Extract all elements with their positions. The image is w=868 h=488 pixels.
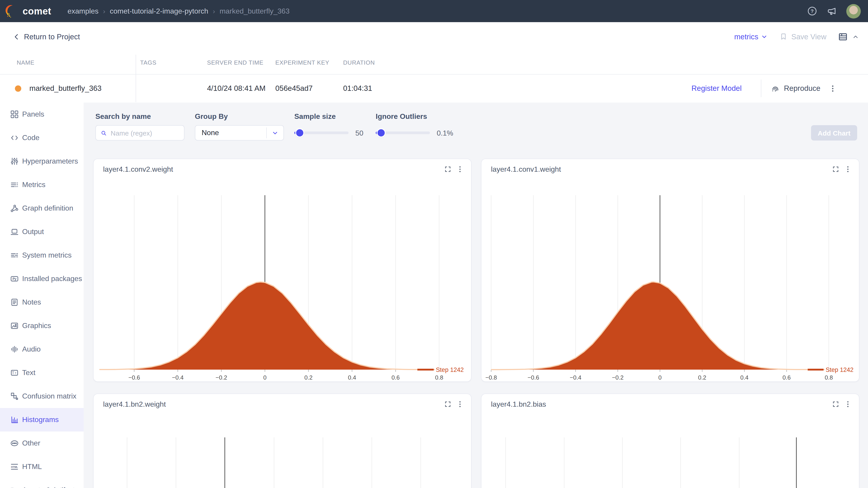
metrics-icon <box>10 180 19 189</box>
column-header-name[interactable]: NAME <box>0 59 135 66</box>
confusion-matrix-icon <box>10 392 19 401</box>
group-by-select[interactable]: None <box>195 125 284 140</box>
breadcrumb: examples comet-tutorial-2-image-pytorch … <box>68 7 289 15</box>
text-icon: TT <box>10 368 19 377</box>
breadcrumb-project[interactable]: comet-tutorial-2-image-pytorch <box>110 7 209 15</box>
expand-chart-icon[interactable] <box>444 165 452 173</box>
chart-kebab-menu-icon[interactable] <box>456 165 464 173</box>
sample-size-label: Sample size <box>294 112 336 121</box>
svg-text:−0.4: −0.4 <box>570 374 581 381</box>
register-model-button[interactable]: Register Model <box>680 84 753 93</box>
sidebar-item-histograms[interactable]: Histograms <box>0 408 84 431</box>
select-chevron-wrapper <box>266 127 283 138</box>
svg-text:0.6: 0.6 <box>392 374 400 381</box>
sidebar-item-audio[interactable]: Audio <box>0 337 84 361</box>
sidebar-item-label: Other <box>22 439 40 447</box>
chart-kebab-menu-icon[interactable] <box>844 400 852 408</box>
column-header-server-end-time[interactable]: SERVER END TIME <box>203 59 271 66</box>
sidebar-item-metrics[interactable]: Metrics <box>0 173 84 197</box>
svg-text:−0.2: −0.2 <box>612 374 623 381</box>
help-icon[interactable]: ? <box>807 6 817 17</box>
experiment-key-link[interactable]: 056e45ad7 <box>271 84 339 93</box>
ignore-outliers-slider-thumb[interactable] <box>377 129 385 136</box>
sidebar-item-assets-artifacts[interactable]: Assets & Artifacts <box>0 479 84 488</box>
announcements-icon[interactable] <box>827 6 837 17</box>
column-header-tags[interactable]: TAGS <box>135 59 203 66</box>
chart-card-bn2-bias: layer4.1.bn2.bias <box>481 394 860 488</box>
table-row[interactable]: marked_butterfly_363 4/10/24 08:41 AM 05… <box>0 74 868 102</box>
sidebar-item-label: Notes <box>22 298 41 306</box>
svg-text:0.2: 0.2 <box>305 374 313 381</box>
sidebar-item-label: Output <box>22 228 44 236</box>
view-select-dropdown[interactable]: metrics <box>734 32 768 41</box>
return-to-project-button[interactable]: Return to Project <box>13 32 80 41</box>
expand-chart-icon[interactable] <box>832 400 839 408</box>
breadcrumb-separator-icon <box>213 7 215 15</box>
audio-icon <box>10 345 19 354</box>
comet-logo-icon <box>5 4 19 18</box>
svg-text:0: 0 <box>264 374 267 381</box>
svg-text:?: ? <box>810 8 813 14</box>
ignore-outliers-slider[interactable] <box>376 131 430 134</box>
search-input[interactable] <box>111 129 180 137</box>
step-legend-label: Step 1242 <box>826 366 854 373</box>
sidebar-item-code[interactable]: Code <box>0 126 84 150</box>
svg-text:T: T <box>12 371 14 375</box>
experiment-name: marked_butterfly_363 <box>29 84 101 93</box>
collapse-chevron-up-icon <box>852 33 859 40</box>
table-view-toggle[interactable] <box>838 32 859 41</box>
svg-text:0.6: 0.6 <box>782 374 791 381</box>
top-navbar: comet examples comet-tutorial-2-image-py… <box>0 0 868 22</box>
other-icon <box>10 439 19 448</box>
sidebar-item-graph-definition[interactable]: Graph definition <box>0 197 84 220</box>
sample-size-value: 50 <box>355 129 364 137</box>
sidebar-item-notes[interactable]: Notes <box>0 291 84 314</box>
sidebar-item-confusion-matrix[interactable]: Confusion matrix <box>0 385 84 408</box>
svg-text:−0.4: −0.4 <box>172 374 184 381</box>
sidebar-item-text[interactable]: TT Text <box>0 361 84 385</box>
save-view-button[interactable]: Save View <box>780 32 827 41</box>
reproduce-button[interactable]: Reproduce <box>771 84 820 93</box>
system-metrics-icon <box>10 251 19 260</box>
sidebar-item-panels[interactable]: Panels <box>0 103 84 126</box>
row-kebab-menu-icon[interactable] <box>829 84 837 92</box>
sample-size-slider-thumb[interactable] <box>296 129 303 136</box>
code-icon <box>10 133 19 142</box>
chart-card-bn2-weight: layer4.1.bn2.weight <box>93 394 471 488</box>
actions-divider <box>761 79 761 97</box>
hyperparameters-icon <box>10 157 19 166</box>
column-header-duration[interactable]: DURATION <box>339 59 868 66</box>
sidebar-item-installed-packages[interactable]: Py Installed packages <box>0 267 84 291</box>
breadcrumb-workspace[interactable]: examples <box>68 7 98 15</box>
sidebar-item-graphics[interactable]: Graphics <box>0 314 84 337</box>
sidebar-item-hyperparameters[interactable]: Hyperparameters <box>0 150 84 173</box>
sidebar-item-label: Installed packages <box>22 275 82 283</box>
histogram-plot: −0.6−0.4−0.200.20.40.60.8Step 1242 <box>103 194 462 384</box>
sidebar-item-label: Assets & Artifacts <box>22 486 79 488</box>
experiment-sidebar: Panels Code Hyperparameters Metrics Grap… <box>0 103 84 488</box>
sidebar-item-html[interactable]: HTML HTML <box>0 455 84 479</box>
search-icon <box>100 129 107 137</box>
sidebar-item-system-metrics[interactable]: System metrics <box>0 243 84 267</box>
expand-chart-icon[interactable] <box>444 400 452 408</box>
sidebar-item-label: HTML <box>22 463 42 471</box>
column-header-experiment-key[interactable]: EXPERIMENT KEY <box>271 59 339 66</box>
add-chart-button[interactable]: Add Chart <box>811 125 857 140</box>
chart-kebab-menu-icon[interactable] <box>456 400 464 408</box>
sidebar-item-output[interactable]: Output <box>0 220 84 243</box>
sidebar-item-label: Graph definition <box>22 204 73 213</box>
chart-kebab-menu-icon[interactable] <box>844 165 852 173</box>
comet-experiment-page: comet examples comet-tutorial-2-image-py… <box>0 0 868 488</box>
sidebar-item-label: Graphics <box>22 322 51 330</box>
comet-logo[interactable]: comet <box>5 4 51 18</box>
chevron-down-icon <box>272 129 278 136</box>
toolbar-right: metrics Save View <box>734 32 859 41</box>
sample-size-slider[interactable] <box>294 131 348 134</box>
save-view-label: Save View <box>792 32 827 41</box>
sidebar-item-other[interactable]: Other <box>0 431 84 455</box>
svg-text:Py: Py <box>12 277 16 281</box>
graph-definition-icon <box>10 204 19 213</box>
expand-chart-icon[interactable] <box>832 165 839 173</box>
user-avatar[interactable] <box>846 4 861 18</box>
row-actions: Register Model Reproduce <box>678 74 868 102</box>
